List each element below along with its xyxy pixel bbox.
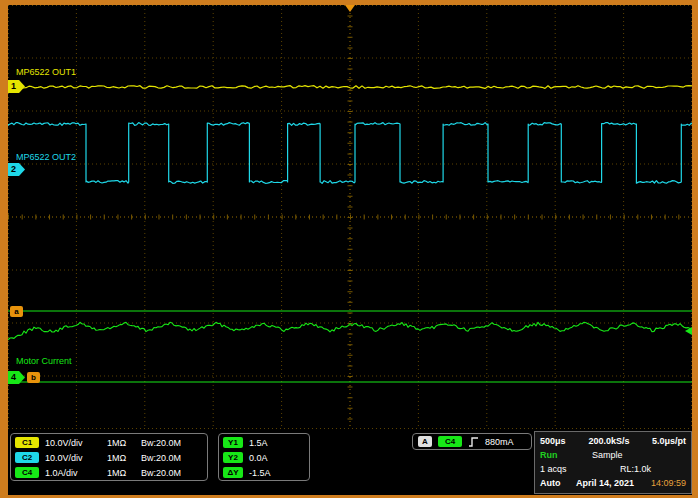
ch2-badge[interactable]: C2 <box>15 452 39 463</box>
rising-slope-icon <box>468 436 479 448</box>
horizontal-row: 500μs 200.0kS/s 5.0μs/pt <box>540 434 686 448</box>
acq-count: 1 acqs <box>540 464 620 474</box>
ch4-impedance: 1MΩ <box>107 468 135 478</box>
graticule-and-traces <box>8 5 692 429</box>
status-bar: C1 10.0V/div 1MΩ Bw:20.0M C2 10.0V/div 1… <box>8 431 692 495</box>
trigger-position-marker[interactable] <box>345 5 355 12</box>
sample-rate-value: 200.0kS/s <box>589 436 652 446</box>
ch4-scale: 1.0A/div <box>45 468 101 478</box>
ch1-bandwidth: Bw:20.0M <box>141 438 181 448</box>
ch4-bandwidth: Bw:20.0M <box>141 468 181 478</box>
record-length: RL:1.0k <box>620 464 651 474</box>
trigger-system-badge[interactable]: A <box>418 436 432 447</box>
cursor-dy-value: -1.5A <box>249 468 271 478</box>
cursor-b-marker[interactable]: b <box>27 372 40 383</box>
oscilloscope-frame: MP6522 OUT1 MP6522 OUT2 Motor Current 1 … <box>0 0 698 498</box>
acq-mode: Sample <box>592 450 660 460</box>
ch2-scale: 10.0V/div <box>45 453 101 463</box>
trigger-level-marker[interactable] <box>685 327 692 335</box>
ch4-badge[interactable]: C4 <box>15 467 39 478</box>
cursor-dy-row[interactable]: ΔY -1.5A <box>219 465 309 480</box>
ch1-label: MP6522 OUT1 <box>16 67 76 77</box>
datetime-row: Auto April 14, 2021 14:09:59 <box>540 476 686 490</box>
trigger-source-badge[interactable]: C4 <box>438 436 462 447</box>
acq-state: Run <box>540 450 592 460</box>
date-value: April 14, 2021 <box>576 478 634 488</box>
ch4-readout-row[interactable]: C4 1.0A/div 1MΩ Bw:20.0M <box>11 465 207 480</box>
horizontal-acquisition-box[interactable]: 500μs 200.0kS/s 5.0μs/pt Run Sample 1 ac… <box>534 431 692 494</box>
trigger-mode: Auto <box>540 478 576 488</box>
trigger-level-value: 880mA <box>485 437 514 447</box>
ch1-scale: 10.0V/div <box>45 438 101 448</box>
ch1-readout-row[interactable]: C1 10.0V/div 1MΩ Bw:20.0M <box>11 435 207 450</box>
cursor-a-marker[interactable]: a <box>10 306 23 317</box>
cursor-y1-value: 1.5A <box>249 438 268 448</box>
time-value: 14:09:59 <box>651 478 686 488</box>
waveform-display[interactable]: MP6522 OUT1 MP6522 OUT2 Motor Current 1 … <box>8 5 692 429</box>
cursor-y2-row[interactable]: Y2 0.0A <box>219 450 309 465</box>
cursor-y1-badge[interactable]: Y1 <box>223 437 243 448</box>
trigger-readout[interactable]: A C4 880mA <box>412 433 532 450</box>
ch2-readout-row[interactable]: C2 10.0V/div 1MΩ Bw:20.0M <box>11 450 207 465</box>
cursor-readouts-box: Y1 1.5A Y2 0.0A ΔY -1.5A <box>218 433 310 481</box>
acq-count-row: 1 acqs RL:1.0k <box>540 462 686 476</box>
channel-readouts-box: C1 10.0V/div 1MΩ Bw:20.0M C2 10.0V/div 1… <box>10 433 208 481</box>
cursor-y2-value: 0.0A <box>249 453 268 463</box>
ch2-bandwidth: Bw:20.0M <box>141 453 181 463</box>
ch4-label: Motor Current <box>16 356 72 366</box>
sample-period-value: 5.0μs/pt <box>652 436 686 446</box>
cursor-dy-badge[interactable]: ΔY <box>223 467 243 478</box>
ch2-label: MP6522 OUT2 <box>16 152 76 162</box>
cursor-y2-badge[interactable]: Y2 <box>223 452 243 463</box>
acq-state-row: Run Sample <box>540 448 686 462</box>
timebase-value: 500μs <box>540 436 589 446</box>
ch1-impedance: 1MΩ <box>107 438 135 448</box>
ch1-badge[interactable]: C1 <box>15 437 39 448</box>
cursor-y1-row[interactable]: Y1 1.5A <box>219 435 309 450</box>
ch2-impedance: 1MΩ <box>107 453 135 463</box>
